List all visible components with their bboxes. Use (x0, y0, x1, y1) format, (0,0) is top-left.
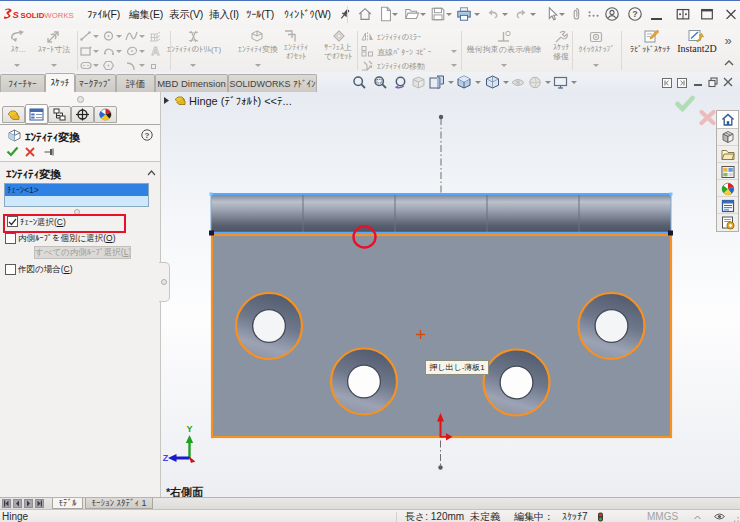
open-dropdown[interactable] (420, 13, 426, 16)
display-style-dropdown[interactable] (503, 81, 509, 84)
selection-listbox[interactable]: ﾁｪｰﾝ<1> (4, 183, 149, 207)
display-relations-icon[interactable] (496, 30, 511, 43)
text-tool-icon[interactable]: A (150, 45, 161, 56)
centerline-top-endpoint[interactable] (439, 115, 443, 119)
tab-evaluate[interactable]: 評価 (116, 74, 155, 92)
pm-cancel-icon[interactable] (25, 147, 35, 157)
taskpane-view-palette-icon[interactable] (721, 165, 735, 179)
taskpane-file-explorer-icon[interactable] (721, 148, 735, 161)
more-options-icon[interactable] (586, 6, 602, 22)
exit-sketch-dropdown[interactable] (14, 64, 20, 67)
tab-scroll-next[interactable] (24, 499, 33, 508)
panel-flyout-handle[interactable] (159, 262, 170, 302)
surface-offset-icon[interactable] (333, 30, 345, 42)
tab-markup[interactable]: ﾏｰｸｱｯﾌﾟ (75, 74, 116, 92)
offset-entities-label[interactable]: ｴﾝﾃｨﾃｨｵﾌｾｯﾄ (274, 43, 318, 61)
tab-mbd-dimension[interactable]: MBD Dimension (155, 74, 228, 92)
fillet-tool-dropdown[interactable] (139, 64, 145, 67)
status-units[interactable]: MMGS (647, 510, 678, 522)
resize-grip[interactable] (734, 517, 739, 522)
edit-appearance-dropdown[interactable] (545, 81, 551, 84)
account-icon[interactable] (604, 6, 620, 22)
pin-icon[interactable] (337, 6, 353, 22)
pm-pin-icon[interactable] (44, 148, 55, 156)
centerline-bottom-endpoint[interactable] (438, 465, 442, 469)
panel-splitter-handle[interactable] (77, 96, 84, 103)
open-icon[interactable] (404, 6, 420, 22)
edit-appearance-icon[interactable] (528, 76, 542, 89)
fillet-tool-icon[interactable] (126, 60, 138, 71)
layout-button[interactable] (675, 6, 691, 22)
menu-file[interactable]: ﾌｧｲﾙ(F) (80, 1, 127, 27)
quick-snaps-label[interactable]: ｸｲｯｸｽﾅｯﾌﾟ (576, 45, 617, 54)
doc-minimize-button[interactable] (694, 84, 702, 86)
move-entities-label[interactable]: ｴﾝﾃｨﾃｨの移動 (377, 62, 425, 71)
convert-entities-dropdown[interactable] (255, 64, 261, 67)
home-icon[interactable] (357, 6, 373, 22)
smart-dimension-icon[interactable] (46, 30, 61, 43)
move-entities-icon[interactable] (361, 60, 374, 71)
zoom-area-icon[interactable] (373, 75, 388, 90)
zoom-fit-icon[interactable] (352, 75, 367, 90)
edge-endpoint-left[interactable] (209, 231, 214, 236)
tab-model[interactable]: ﾓﾃﾞﾙ (52, 498, 83, 509)
edge-endpoint-right[interactable] (668, 231, 673, 236)
mirror-entities-icon[interactable] (361, 32, 374, 41)
move-entities-dropdown[interactable] (451, 64, 457, 67)
tab-scroll-first[interactable] (2, 499, 11, 508)
view-orientation-dropdown[interactable] (475, 81, 481, 84)
save-dropdown[interactable] (446, 13, 452, 16)
repair-sketch-label[interactable]: ｽｹｯﾁ修復 (541, 43, 581, 61)
toolbar-overflow[interactable]: » (720, 36, 736, 45)
selection-item[interactable]: ﾁｪｰﾝ<1> (5, 184, 148, 196)
confirm-accept-icon[interactable] (674, 95, 696, 112)
undo-dropdown[interactable] (502, 13, 508, 16)
3d-drawing-view-icon[interactable] (429, 75, 445, 90)
taskpane-design-library-icon[interactable] (721, 130, 735, 144)
section-collapse-icon[interactable] (147, 170, 156, 176)
ellipse-tool-icon[interactable] (126, 46, 138, 56)
print-icon[interactable] (456, 6, 472, 22)
polygon-tool-icon[interactable] (103, 60, 114, 71)
linear-pattern-dropdown[interactable] (451, 50, 457, 53)
trim-entities-label[interactable]: ｴﾝﾃｨﾃｨのﾄﾘﾑ(T) (164, 45, 224, 54)
convert-entities-icon[interactable] (251, 30, 263, 42)
inner-loops-label[interactable]: 内側ﾙｰﾌﾟを個別に選択(O) (18, 233, 116, 245)
taskpane-home-icon[interactable] (721, 113, 735, 126)
rectangle-tool-icon[interactable] (80, 46, 92, 56)
mirror-entities-label[interactable]: ｴﾝﾃｨﾃｨのﾐﾗｰ (377, 33, 421, 42)
redo-icon[interactable] (513, 6, 529, 22)
hinge-barrel[interactable] (210, 193, 673, 234)
undo-icon[interactable] (485, 6, 501, 22)
taskpane-appearances-icon[interactable] (721, 182, 735, 196)
rapid-sketch-label[interactable]: ﾗﾋﾟｯﾄﾞｽｹｯﾁ (629, 45, 671, 54)
collapse-toolbar-icon[interactable] (723, 59, 735, 67)
quick-snaps-icon[interactable] (589, 30, 603, 43)
slot-tool-icon[interactable] (80, 61, 92, 70)
arc-tool-icon[interactable] (103, 46, 115, 56)
doc-restore-button[interactable] (708, 77, 718, 88)
trim-entities-dropdown[interactable] (190, 64, 196, 67)
spline-tool-icon[interactable] (125, 31, 138, 41)
repair-sketch-icon[interactable] (554, 30, 568, 43)
view-settings-dropdown[interactable] (571, 81, 577, 84)
construction-checkbox[interactable] (5, 264, 16, 275)
slot-tool-dropdown[interactable] (93, 64, 99, 67)
maximize-button[interactable] (699, 6, 715, 22)
construction-label[interactable]: 作図の場合(C) (18, 264, 73, 276)
line-tool-icon[interactable] (80, 31, 91, 41)
taskpane-custom-properties-icon[interactable] (721, 199, 735, 213)
tab-solidworks-addins[interactable]: SOLIDWORKS ｱﾄﾞｲﾝ (228, 74, 317, 92)
tab-sketch[interactable]: ｽｹｯﾁ (45, 73, 75, 92)
point-tool-icon[interactable] (151, 64, 156, 69)
graphics-area[interactable]: Hinge (ﾃﾞﾌｫﾙﾄ) <<ﾃ... (161, 92, 740, 497)
3d-drawing-view-dropdown[interactable] (448, 81, 454, 84)
redo-dropdown[interactable] (530, 13, 536, 16)
close-button[interactable] (723, 6, 739, 22)
hide-show-items-icon[interactable] (511, 76, 525, 89)
arc-tool-dropdown[interactable] (116, 50, 122, 53)
spline-tool-dropdown[interactable] (139, 35, 145, 38)
exit-sketch-label[interactable]: ｽｹ... (4, 45, 32, 54)
taskpane-forum-icon[interactable] (721, 216, 735, 230)
pm-ok-icon[interactable] (6, 146, 19, 157)
